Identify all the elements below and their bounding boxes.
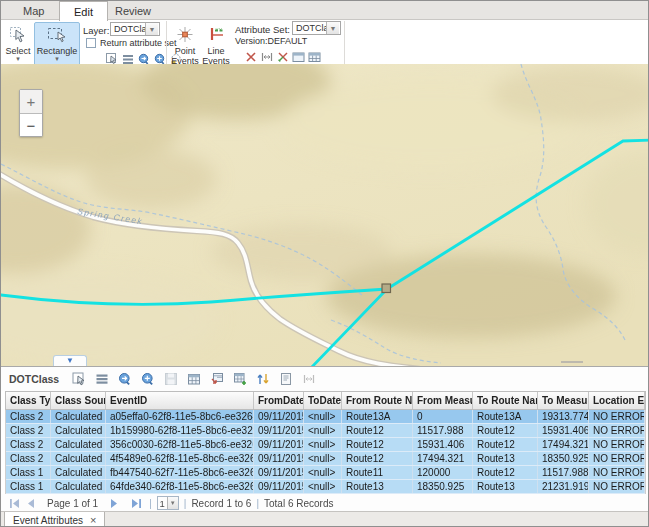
table-cell: 18350.925 [538,452,589,465]
table-row[interactable]: Class 2Calculated356c0030-62f8-11e5-8bc6… [6,438,645,452]
column-header-to-measure[interactable]: To Measure [538,392,589,409]
rectangle-dropdown-caret-icon: ▾ [55,56,59,62]
tab-review[interactable]: Review [101,1,165,20]
column-header-fromdate[interactable]: FromDate [254,392,304,409]
table-cell: Calculated [51,480,106,493]
table-cell: 64fde340-62f8-11e5-8bc6-ee32641d5ec9 [106,480,254,493]
splitter-handle[interactable] [561,361,583,363]
table-cell: <null> [304,410,342,423]
attribute-table: Class TypeClass SourceEventIDFromDateToD… [5,391,646,494]
ribbon-tabstrip: Map Edit Review [1,1,648,20]
table-cell: 17494.321 [413,452,473,465]
table-cell: 21231.919 [538,480,589,493]
line-events-label: Line Events [202,46,230,66]
record-range-text: Record 1 to 6 [191,498,251,509]
table-cell: Route12 [473,466,538,479]
add-table-icon[interactable] [230,370,250,388]
table-row[interactable]: Class 2Calculateda05effa0-62f8-11e5-8bc6… [6,410,645,424]
close-icon[interactable]: × [90,515,96,525]
page-number-value: 1 [158,498,167,509]
tab-map[interactable]: Map [9,1,58,20]
pagination-bar: Page 1 of 1 | 1 ▼ | Record 1 to 6 | Tota… [1,494,649,512]
table-cell: 19313.774 [538,410,589,423]
measure-gap-icon[interactable] [299,370,319,388]
select-pointer-icon [9,26,27,45]
panel-toolbar: DOTClass [1,367,649,391]
column-header-eventid[interactable]: EventID [106,392,254,409]
column-header-location-error[interactable]: Location Error [589,392,645,409]
table-body: Class 2Calculateda05effa0-62f8-11e5-8bc6… [5,410,646,494]
sort-icon[interactable] [253,370,273,388]
table-cell: Route12 [473,424,538,437]
column-header-class-source[interactable]: Class Source [51,392,106,409]
column-header-todate[interactable]: ToDate [304,392,342,409]
route-junction-marker[interactable] [382,284,391,293]
attribute-set-dropdown-arrow[interactable]: ▼ [326,21,341,35]
table-cell: Route13 [473,480,538,493]
table-row[interactable]: Class 1Calculatedfb447540-62f7-11e5-8bc6… [6,466,645,480]
attribute-set-dropdown[interactable]: DOTClass [292,21,328,35]
switch-table-icon[interactable] [184,370,204,388]
table-cell: 17494.321 [538,438,589,451]
table-row[interactable]: Class 2Calculated4f5489e0-62f8-11e5-8bc6… [6,452,645,466]
event-panel-icon[interactable] [292,50,305,63]
map-zoom-control: + − [19,89,43,137]
next-page-button[interactable] [106,496,122,510]
first-page-button[interactable] [7,496,23,510]
zoom-to-selected-icon[interactable] [115,370,135,388]
table-cell: Calculated [51,452,106,465]
table-cell: Class 2 [6,410,51,423]
measure-range-icon[interactable] [260,50,273,63]
table-cell: Route13 [473,452,538,465]
ribbon: Map Edit Review Select ▾ Rectangle ▾ Lay… [1,1,648,63]
table-cell: Calculated [51,466,106,479]
column-header-from-measure[interactable]: From Measure [413,392,473,409]
options-menu-icon[interactable] [92,370,112,388]
table-cell: 4f5489e0-62f8-11e5-8bc6-ee32641d5ec9 [106,452,254,465]
table-cell: 09/11/2015 [254,410,304,423]
column-header-from-route-name[interactable]: From Route Name [342,392,413,409]
previous-page-button[interactable] [23,496,39,510]
event-table-icon[interactable] [308,50,321,63]
version-label: Version:DEFAULT [235,36,307,46]
export-table-icon[interactable] [207,370,227,388]
basemap: Spring Creek [1,64,649,366]
table-cell: <null> [304,424,342,437]
line-events-icon [207,26,225,45]
table-cell: Calculated [51,438,106,451]
last-page-button[interactable] [128,496,144,510]
table-cell: 15931.406 [413,438,473,451]
column-header-class-type[interactable]: Class Type [6,392,51,409]
split-event-icon[interactable] [244,50,257,63]
table-cell: Class 2 [6,438,51,451]
identify-icon[interactable] [276,370,296,388]
return-attribute-set-checkbox[interactable] [86,38,96,48]
map-canvas[interactable]: Spring Creek + − ▼ [1,64,649,366]
save-icon[interactable] [161,370,181,388]
table-cell: <null> [304,438,342,451]
panel-collapse-button[interactable]: ▼ [53,355,87,366]
table-row[interactable]: Class 1Calculated64fde340-62f8-11e5-8bc6… [6,480,645,494]
app-window: Map Edit Review Select ▾ Rectangle ▾ Lay… [0,0,649,527]
page-number-dropdown[interactable]: 1 ▼ [157,496,179,510]
zoom-in-button[interactable]: + [20,90,42,113]
column-header-to-route-name[interactable]: To Route Name [473,392,538,409]
table-cell: 09/11/2015 [254,480,304,493]
rectangle-select-icon [47,26,67,45]
table-cell: NO ERROR [589,466,645,479]
table-cell: Class 2 [6,424,51,437]
zoom-out-button[interactable]: − [20,113,42,136]
chevron-down-icon: ▼ [167,497,178,509]
table-cell: 09/11/2015 [254,466,304,479]
table-cell: Class 1 [6,466,51,479]
select-tool-icon[interactable] [69,370,89,388]
layer-dropdown-arrow[interactable]: ▼ [145,22,160,36]
table-cell: Class 2 [6,452,51,465]
table-cell: 15931.406 [538,424,589,437]
table-cell: NO ERROR [589,438,645,451]
pan-to-selected-icon[interactable] [138,370,158,388]
table-row[interactable]: Class 2Calculated1b159980-62f8-11e5-8bc6… [6,424,645,438]
tab-event-attributes[interactable]: Event Attributes × [4,512,105,527]
merge-event-icon[interactable] [276,50,289,63]
table-cell: 11517.988 [538,466,589,479]
